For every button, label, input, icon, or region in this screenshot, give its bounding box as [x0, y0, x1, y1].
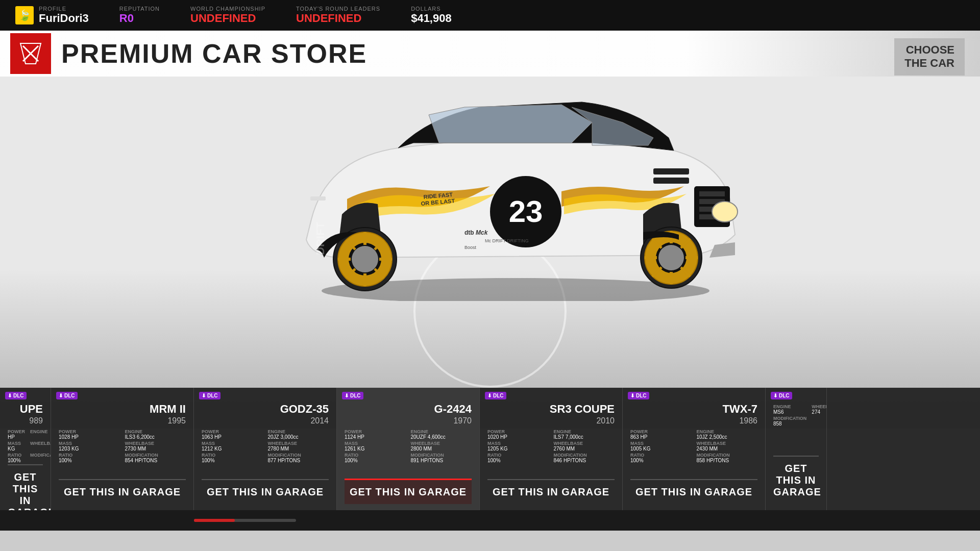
car-year: 1995: [59, 416, 186, 425]
store-logo: [10, 33, 51, 74]
car-name: SR3 COUPE: [487, 403, 615, 415]
scroll-track[interactable]: [194, 519, 296, 522]
svg-point-17: [658, 245, 684, 270]
dlc-badge: ⬇DLC: [5, 392, 27, 399]
car-year: 1970: [345, 416, 472, 425]
scroll-bar-area: [0, 510, 980, 531]
dlc-badge: ⬇DLC: [771, 392, 792, 399]
car-stats: POWER1124 HP ENGINE20UZF 4,600cc MASS126…: [345, 429, 472, 463]
car-card-g2424[interactable]: ⬇DLC G-2424 1970 POWER1124 HP ENGINE20UZ…: [337, 388, 480, 510]
get-in-garage-button[interactable]: GET THIS IN GARAGE: [487, 479, 615, 504]
car-name: G-2424: [345, 403, 472, 415]
dlc-badge: ⬇DLC: [199, 392, 220, 399]
svg-rect-9: [699, 191, 725, 196]
svg-text:Mc DRIFT DRIFTING: Mc DRIFT DRIFTING: [485, 238, 529, 243]
reputation-label: REPUTATION: [119, 6, 160, 12]
store-header: PREMIUM CAR STORE CHOOSETHE CAR: [0, 31, 980, 77]
car-card-partial-left[interactable]: ⬇DLC UPE 989 POWERHP ENGINE MASSKG WHEEL…: [0, 388, 51, 510]
car-name: MRM II: [59, 403, 186, 415]
car-stats: POWERHP ENGINE MASSKG WHEELBASE RATIO100…: [8, 429, 43, 463]
reputation-value: R0: [119, 12, 134, 25]
leaders-value: UNDEFINED: [296, 12, 361, 25]
car-name: GODZ-35: [202, 403, 329, 415]
car-year: 989: [8, 416, 43, 425]
leaders-label: TODAY'S ROUND LEADERS: [296, 6, 380, 12]
reputation-section: REPUTATION R0: [119, 6, 160, 25]
svg-text:dtb Mck: dtb Mck: [464, 229, 488, 236]
main-content: PREMIUM CAR STORE CHOOSETHE CAR: [0, 31, 980, 531]
car-card-godz35[interactable]: ⬇DLC GODZ-35 2014 POWER1063 HP ENGINE20J…: [194, 388, 337, 510]
get-in-garage-button[interactable]: GET THIS IN GARAGE: [202, 479, 329, 504]
svg-text:23: 23: [509, 194, 543, 229]
car-year: 2014: [202, 416, 329, 425]
car-year: 1986: [630, 416, 757, 425]
get-in-garage-button-selected[interactable]: GET THIS IN GARAGE: [345, 479, 472, 504]
championship-label: WORLD CHAMPIONSHIP: [190, 6, 265, 12]
svg-point-13: [712, 202, 738, 222]
profile-section: 🍃 PROFILE FuriDori3: [15, 6, 89, 25]
car-stats: POWER1020 HP ENGINEILS7 7,000cc MASS1205…: [487, 429, 615, 463]
get-in-garage-button[interactable]: GET THIS IN GARAGE: [8, 464, 43, 510]
car-stats: POWER1028 HP ENGINEILS3 6,200cc MASS1203…: [59, 429, 186, 463]
svg-rect-44: [653, 178, 689, 184]
car-name: TWX-7: [630, 403, 757, 415]
get-in-garage-button[interactable]: GET THIS IN GARAGE: [59, 479, 186, 504]
svg-text:DRIFT: DRIFT: [314, 222, 327, 255]
car-stats: ENGINEMS6 WHEELBASE274 MODIFICATION858: [773, 404, 819, 427]
profile-info: PROFILE FuriDori3: [39, 6, 89, 25]
store-title: PREMIUM CAR STORE: [61, 38, 367, 69]
car-year: 2010: [487, 416, 615, 425]
car-card-partial-right[interactable]: ⬇DLC ENGINEMS6 WHEELBASE274 MODIFICATION…: [766, 388, 827, 510]
car-card-sr3coupe[interactable]: ⬇DLC SR3 COUPE 2010 POWER1020 HP ENGINEI…: [480, 388, 623, 510]
championship-value: UNDEFINED: [190, 12, 256, 25]
svg-text:Boost: Boost: [464, 245, 477, 250]
dlc-badge: ⬇DLC: [56, 392, 78, 399]
dlc-badge: ⬇DLC: [628, 392, 649, 399]
car-stats: POWER1063 HP ENGINE20JZ 3,000cc MASS1212…: [202, 429, 329, 463]
championship-section: WORLD CHAMPIONSHIP UNDEFINED: [190, 6, 265, 25]
dollars-label: DOLLARS: [411, 6, 440, 12]
svg-rect-43: [653, 168, 689, 174]
car-display-area: 23 RIDE FAST OR BE LAST: [0, 31, 980, 429]
dlc-badge: ⬇DLC: [342, 392, 363, 399]
car-name: UPE: [8, 403, 43, 415]
svg-rect-42: [310, 196, 326, 201]
get-in-garage-button[interactable]: GET THIS IN GARAGE: [630, 479, 757, 504]
choose-car-button[interactable]: CHOOSETHE CAR: [894, 38, 965, 76]
dollars-value: $41,908: [411, 12, 452, 25]
dlc-badge: ⬇DLC: [485, 392, 506, 399]
profile-name: FuriDori3: [39, 12, 89, 25]
cars-list: ⬇DLC UPE 989 POWERHP ENGINE MASSKG WHEEL…: [0, 388, 980, 510]
car-stats: POWER863 HP ENGINE10JZ 2,500cc MASS1005 …: [630, 429, 757, 463]
scroll-thumb[interactable]: [194, 519, 235, 522]
top-bar: 🍃 PROFILE FuriDori3 REPUTATION R0 WORLD …: [0, 0, 980, 31]
main-car: 23 RIDE FAST OR BE LAST: [235, 56, 745, 321]
profile-label: PROFILE: [39, 6, 66, 12]
choose-car-text: CHOOSETHE CAR: [904, 43, 954, 70]
get-in-garage-button[interactable]: GET THIS IN GARAGE: [773, 456, 819, 504]
car-card-twx7[interactable]: ⬇DLC TWX-7 1986 POWER863 HP ENGINE10JZ 2…: [623, 388, 766, 510]
svg-point-29: [352, 246, 378, 272]
dollars-section: DOLLARS $41,908: [411, 6, 452, 25]
leaders-section: TODAY'S ROUND LEADERS UNDEFINED: [296, 6, 380, 25]
car-card-mrm2[interactable]: ⬇DLC MRM II 1995 POWER1028 HP ENGINEILS3…: [51, 388, 194, 510]
profile-icon: 🍃: [15, 6, 34, 24]
